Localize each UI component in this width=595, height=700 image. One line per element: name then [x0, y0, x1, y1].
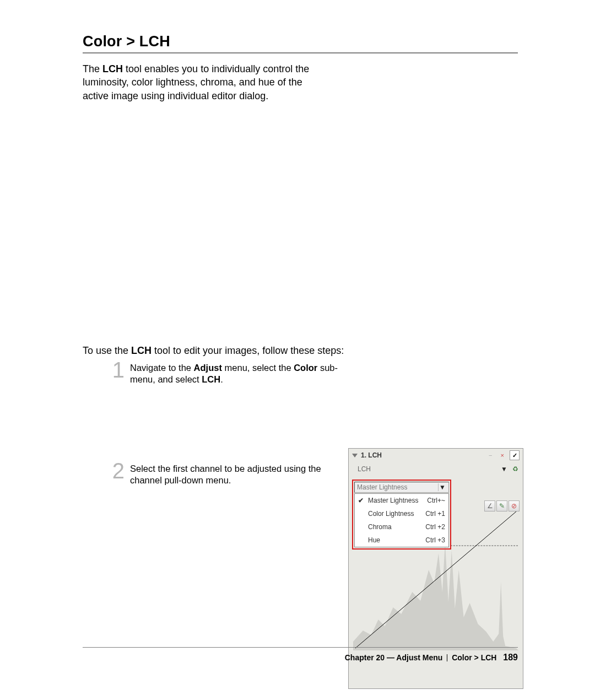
- channel-combo-value: Master Lightness: [357, 483, 438, 491]
- curve-tools: ∠ ✎ ⊘: [484, 500, 520, 511]
- menu-label: Master Lightness: [366, 497, 427, 504]
- lead-text2: tool to edit your images, follow these s…: [152, 345, 344, 356]
- chevron-down-icon[interactable]: ▼: [438, 483, 446, 491]
- t: Navigate to the: [130, 363, 191, 373]
- intro-paragraph: The LCH tool enables you to individually…: [83, 62, 320, 103]
- menu-shortcut: Ctrl +3: [425, 536, 445, 544]
- minimize-icon[interactable]: −: [486, 451, 495, 460]
- step-text: Select the first channel to be adjusted …: [130, 462, 339, 486]
- menu-shortcut: Ctrl +1: [425, 510, 445, 518]
- reset-curve-icon[interactable]: ⊘: [509, 500, 520, 511]
- menu-label: Color Lightness: [366, 510, 425, 518]
- channel-menu-item[interactable]: Chroma Ctrl +2: [355, 520, 448, 534]
- lead-bold: LCH: [131, 345, 152, 356]
- channel-menu-item[interactable]: ✔ Master Lightness Ctrl+~: [355, 494, 448, 507]
- t: menu, select the: [225, 363, 291, 373]
- apply-icon[interactable]: ✓: [510, 450, 520, 460]
- t-bold: Adjust: [194, 363, 222, 373]
- panel-titlebar: 1. LCH − × ✓: [349, 449, 523, 462]
- panel-toolbar: LCH ▼ ♻: [349, 462, 523, 476]
- dropdown-icon[interactable]: ▼: [501, 465, 507, 473]
- t-bold: Color: [294, 363, 317, 373]
- footer-separator-icon: [447, 654, 447, 661]
- pencil-curve-icon[interactable]: ✎: [496, 500, 507, 511]
- step-number: 1: [109, 359, 125, 381]
- lead-paragraph: To use the LCH tool to edit your images,…: [83, 345, 518, 357]
- page-footer: Chapter 20 — Adjust Menu Color > LCH 189: [345, 653, 518, 663]
- channel-menu: ✔ Master Lightness Ctrl+~ Color Lightnes…: [354, 493, 449, 547]
- channel-menu-item[interactable]: Color Lightness Ctrl +1: [355, 507, 448, 520]
- panel-title: 1. LCH: [361, 451, 485, 459]
- section-heading: Color > LCH: [83, 33, 518, 53]
- footer-chapter: Chapter 20 — Adjust Menu: [345, 653, 443, 662]
- panel-title-icons: − × ✓: [485, 450, 520, 460]
- intro-text: The: [83, 63, 102, 74]
- disclosure-triangle-icon[interactable]: [352, 454, 358, 457]
- channel-dropdown-highlight: Master Lightness ▼ ✔ Master Lightness Ct…: [352, 480, 451, 550]
- intro-bold: LCH: [102, 63, 123, 74]
- page-number: 189: [503, 653, 518, 662]
- panel-subtitle: LCH: [352, 465, 501, 473]
- menu-label: Chroma: [366, 523, 425, 531]
- t: .: [220, 374, 223, 384]
- step-text: Navigate to the Adjust menu, select the …: [130, 361, 339, 385]
- menu-shortcut: Ctrl+~: [427, 497, 445, 504]
- step-1: 1 Navigate to the Adjust menu, select th…: [109, 361, 518, 385]
- step-number: 2: [109, 460, 125, 482]
- menu-label: Hue: [366, 536, 425, 544]
- footer-rule: [83, 647, 518, 648]
- menu-shortcut: Ctrl +2: [425, 523, 445, 531]
- linear-curve-icon[interactable]: ∠: [484, 500, 495, 511]
- reset-icon[interactable]: ♻: [511, 465, 520, 473]
- t-bold: LCH: [202, 374, 220, 384]
- check-icon: ✔: [358, 497, 366, 504]
- footer-crumb: Color > LCH: [452, 653, 496, 662]
- lead-text: To use the: [83, 345, 131, 356]
- channel-combo[interactable]: Master Lightness ▼: [354, 482, 449, 493]
- channel-menu-item[interactable]: Hue Ctrl +3: [355, 534, 448, 547]
- close-icon[interactable]: ×: [498, 451, 507, 460]
